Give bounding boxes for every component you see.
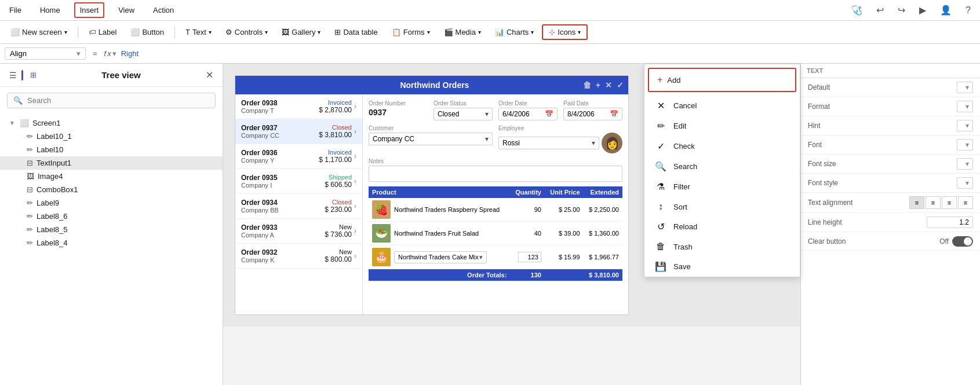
employee-select[interactable]: Rossi ▾ [498, 137, 599, 149]
charts-button[interactable]: 📊 Charts ▾ [489, 25, 540, 39]
reload-icon: ↺ [655, 221, 666, 232]
tree-item-textinput1[interactable]: ⊟ TextInput1 [0, 156, 223, 170]
right-panel: TEXT Default ▾ Format ▾ Hint [800, 64, 980, 385]
formula-dropdown[interactable]: Align ▾ [5, 47, 86, 60]
paid-date-input[interactable]: 8/4/2006 📅 [563, 108, 622, 120]
icon-edit[interactable]: ✏ Edit [644, 116, 800, 136]
order-date-input[interactable]: 6/4/2006 📅 [498, 108, 558, 120]
icon-reload[interactable]: ↺ Reload [644, 217, 800, 237]
font-size-dropdown[interactable]: ▾ [957, 158, 973, 170]
order-status-0938: Invoiced [319, 99, 352, 106]
notes-input[interactable] [369, 166, 622, 182]
clear-button-toggle[interactable] [952, 236, 973, 247]
font-size-arrow: ▾ [966, 160, 969, 168]
hamburger-icon[interactable]: ☰ [9, 71, 17, 80]
prop-default: Default ▾ [801, 78, 980, 97]
data-table-button[interactable]: ⊞ Data table [329, 25, 383, 39]
tree-item-label9[interactable]: ✏ Label9 [0, 196, 223, 210]
new-screen-button[interactable]: ⬜ New screen ▾ [5, 25, 73, 39]
default-arrow: ▾ [966, 83, 969, 91]
forms-button[interactable]: 📋 Forms ▾ [386, 25, 436, 39]
fx-x: x [107, 49, 111, 58]
order-info-0932: Order 0932 Company K [241, 248, 325, 263]
font-style-dropdown[interactable]: ▾ [957, 177, 973, 189]
icon-cancel[interactable]: ✕ Cancel [644, 96, 800, 116]
order-status-select[interactable]: Closed ▾ [433, 108, 493, 120]
redo-icon[interactable]: ↪ [893, 2, 910, 18]
align-justify-btn[interactable]: ≡ [958, 196, 973, 209]
customer-val: Company CC [373, 135, 485, 143]
menu-action[interactable]: Action [148, 3, 178, 17]
order-item-0933[interactable]: Order 0933 Company A New $ 736.00 › [235, 219, 362, 244]
customer-select[interactable]: Company CC ▾ [369, 133, 493, 145]
product-ext-2: $ 1,966.77 [584, 245, 622, 269]
label-button[interactable]: 🏷 Label [83, 25, 123, 39]
tree-item-label8-6[interactable]: ✏ Label8_6 [0, 210, 223, 223]
order-num-0932: Order 0932 [241, 248, 325, 256]
trash-title-icon[interactable]: 🗑 [583, 80, 591, 90]
text-button[interactable]: T Text ▾ [180, 25, 217, 39]
order-item-0938[interactable]: Order 0938 Company T Invoiced $ 2,870.00… [235, 94, 362, 119]
tree-item-label8-5[interactable]: ✏ Label8_5 [0, 223, 223, 236]
icon-save[interactable]: 💾 Save [644, 256, 800, 277]
col-product: Product [369, 186, 510, 198]
product-name-select-2[interactable]: Northwind Traders Cake Mix ▾ [394, 251, 487, 263]
font-dropdown[interactable]: ▾ [957, 139, 973, 151]
order-item-0934[interactable]: Order 0934 Company BB Closed $ 230.00 › [235, 194, 362, 219]
order-info-0935: Order 0935 Company I [241, 174, 325, 189]
tree-search-box[interactable]: 🔍 [7, 93, 216, 108]
reload-label: Reload [673, 222, 697, 231]
order-item-0937[interactable]: Order 0937 Company CC Closed $ 3,810.00 … [235, 119, 362, 144]
tree-item-combobox1[interactable]: ⊟ ComboBox1 [0, 183, 223, 196]
tree-search-input[interactable] [27, 96, 209, 105]
controls-button[interactable]: ⚙ Controls ▾ [220, 25, 274, 39]
format-dropdown[interactable]: ▾ [957, 101, 973, 112]
close-sidebar-icon[interactable]: ✕ [206, 69, 213, 80]
product-qty-0: 90 [510, 198, 545, 222]
icon-check[interactable]: ✓ Check [644, 136, 800, 156]
order-item-0935[interactable]: Order 0935 Company I Shipped $ 606.50 › [235, 169, 362, 194]
order-item-0936[interactable]: Order 0936 Company Y Invoiced $ 1,170.00… [235, 144, 362, 169]
tree-item-screen1[interactable]: ▼ ⬜ Screen1 [0, 116, 223, 130]
layers-icon[interactable]: ⊞ [30, 71, 37, 79]
menu-view[interactable]: View [114, 3, 139, 17]
tree-item-label10[interactable]: ✏ Label10 [0, 143, 223, 156]
order-num-0934: Order 0934 [241, 199, 325, 207]
order-num-0935: Order 0935 [241, 174, 325, 182]
order-date-val: 6/4/2006 [502, 110, 542, 118]
align-right-btn[interactable]: ≡ [942, 196, 957, 209]
person-icon[interactable]: 👤 [935, 2, 956, 18]
stethoscope-icon[interactable]: 🩺 [846, 2, 867, 18]
add-icon-button[interactable]: + Add [648, 68, 796, 92]
help-icon[interactable]: ? [961, 3, 975, 18]
play-icon[interactable]: ▶ [915, 2, 931, 18]
icons-button[interactable]: ⊹ Icons ▾ [542, 24, 588, 40]
check-title-icon[interactable]: ✓ [617, 80, 624, 90]
button-button[interactable]: ⬜ Button [125, 25, 170, 39]
menu-home[interactable]: Home [35, 3, 65, 17]
hint-dropdown[interactable]: ▾ [957, 120, 973, 131]
product-qty-input-2[interactable] [518, 252, 541, 262]
align-left-btn[interactable]: ≡ [909, 196, 924, 209]
add-title-icon[interactable]: + [596, 80, 600, 90]
undo-icon[interactable]: ↩ [872, 2, 888, 18]
align-center-btn[interactable]: ≡ [926, 196, 941, 209]
cancel-label: Cancel [673, 101, 697, 110]
icon-sort[interactable]: ↕ Sort [644, 197, 800, 217]
tree-item-label10-1[interactable]: ✏ Label10_1 [0, 130, 223, 143]
icon-trash[interactable]: 🗑 Trash [644, 237, 800, 256]
media-button[interactable]: 🎬 Media ▾ [438, 25, 487, 39]
menu-file[interactable]: File [5, 3, 26, 17]
icon-search[interactable]: 🔍 Search [644, 156, 800, 177]
close-title-icon[interactable]: ✕ [605, 80, 612, 90]
tree-item-image4[interactable]: 🖼 Image4 [0, 170, 223, 183]
default-dropdown[interactable]: ▾ [957, 82, 973, 93]
icon-filter[interactable]: ⚗ Filter [644, 177, 800, 197]
gallery-button[interactable]: 🖼 Gallery ▾ [276, 25, 326, 39]
menu-insert[interactable]: Insert [74, 2, 105, 18]
formula-fx[interactable]: f x ▾ [104, 49, 116, 58]
tree-item-label8-4[interactable]: ✏ Label8_4 [0, 236, 223, 250]
order-chevron-0937: › [354, 127, 356, 135]
order-item-0932[interactable]: Order 0932 Company K New $ 800.00 › [235, 244, 362, 269]
line-height-input[interactable] [927, 217, 973, 228]
